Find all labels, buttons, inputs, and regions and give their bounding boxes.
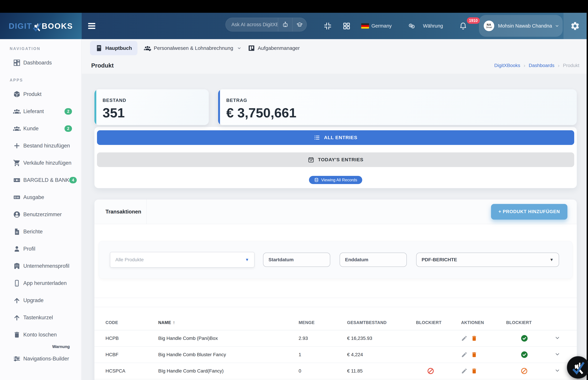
tab-personalwesen[interactable]: Personalwesen & Lohnabrechnung xyxy=(144,45,241,52)
currency-label[interactable]: Währung xyxy=(423,13,443,39)
sidebar-item-konto-loschen[interactable]: Konto loschen xyxy=(0,326,81,343)
breadcrumb-home[interactable]: DigitXBooks xyxy=(494,63,520,68)
all-entries-button[interactable]: ALL ENTRIES xyxy=(97,130,574,145)
robot-icon[interactable] xyxy=(278,18,292,31)
edit-pencil-icon[interactable] xyxy=(461,351,468,358)
delete-trash-icon[interactable] xyxy=(471,335,477,342)
end-date-input[interactable]: Enddatum xyxy=(340,253,407,267)
table-header: CODE NAME ↑ MENGE GESAMTBESTAND BLOCKIER… xyxy=(95,315,577,330)
sidebar-item-upgrade[interactable]: Upgrade xyxy=(0,292,81,309)
logo-text-digit: DIGIT xyxy=(9,21,32,31)
sidebar-item-produkt[interactable]: Produkt xyxy=(0,86,81,103)
count-badge: 2 xyxy=(64,108,72,115)
add-product-button[interactable]: + PRODUKT HINZUFÜGEN xyxy=(491,204,568,220)
sidebar-section-apps: APPS xyxy=(0,71,81,86)
search-input[interactable] xyxy=(226,18,278,31)
col-code[interactable]: CODE xyxy=(106,320,158,325)
graduation-cap-icon[interactable] xyxy=(292,18,307,31)
col-gesamtbestand[interactable]: GESAMTBESTAND xyxy=(347,320,416,325)
apps-grid-icon[interactable] xyxy=(342,13,351,39)
sidebar-item-verkaeufe-hinzufuegen[interactable]: Verkäufe hinzufügen xyxy=(0,154,81,171)
sidebar-item-berichte[interactable]: Berichte xyxy=(0,223,81,240)
stat-value: € 3,750,661 xyxy=(226,105,577,121)
germany-flag-icon[interactable] xyxy=(361,23,369,29)
divider xyxy=(95,307,577,307)
sidebar-item-profil[interactable]: Profil xyxy=(0,240,81,257)
main-area: Hauptbuch Personalwesen & Lohnabrechnung… xyxy=(82,39,587,380)
stat-value: 351 xyxy=(103,105,209,121)
entries-panel: ALL ENTRIES TODAY'S ENTRIES Viewing All … xyxy=(95,127,577,188)
money-check-icon: $ xyxy=(13,193,20,201)
expand-chevron-icon[interactable] xyxy=(554,335,560,341)
table-row: HCPB Big Handle Comb (Pani)Box 2.93 € 16… xyxy=(95,330,577,347)
sidebar-item-dashboards[interactable]: Dashboards xyxy=(0,54,81,71)
blocked-icon[interactable] xyxy=(520,367,528,375)
tab-aufgabenmanager[interactable]: Aufgabenmanager xyxy=(248,45,300,52)
sidebar-item-bestand-hinzufuegen[interactable]: Bestand hinzufügen xyxy=(0,137,81,154)
settings-gear-icon[interactable] xyxy=(564,13,587,39)
sidebar-item-ausgabe[interactable]: $ Ausgabe xyxy=(0,189,81,206)
list-icon xyxy=(314,134,320,141)
active-check-icon[interactable] xyxy=(520,351,528,359)
menu-hamburger-icon[interactable] xyxy=(88,13,95,39)
ai-search-bar[interactable] xyxy=(226,18,307,32)
suppliers-people-icon xyxy=(13,108,20,115)
sidebar-item-lieferant[interactable]: Lieferant 2 xyxy=(0,103,81,120)
sidebar-item-unternehmensprofil[interactable]: Unternehmensprofil xyxy=(0,257,81,275)
collapse-icon[interactable] xyxy=(323,13,332,39)
product-filter-select[interactable]: Alle Produkte ▼ xyxy=(110,252,255,267)
transactions-header: Transaktionen + PRODUKT HINZUFÜGEN xyxy=(95,200,577,224)
sidebar-item-tastenkurzel[interactable]: Tastenkurzel xyxy=(0,309,81,326)
user-profile-menu[interactable]: NA Smart Mohsin Nawab Chandna xyxy=(479,15,563,37)
sidebar-item-app-herunterladen[interactable]: App herunterladen xyxy=(0,275,81,292)
pdf-reports-select[interactable]: PDF-BERICHTE ▼ xyxy=(416,253,559,267)
cell-code: HCPB xyxy=(106,336,158,341)
cell-gesamtbestand: € 16,235.93 xyxy=(347,336,416,341)
expand-chevron-icon[interactable] xyxy=(554,368,560,373)
sidebar-item-navigations-builder[interactable]: Navigations-Builder xyxy=(0,350,81,367)
notification-bell-icon[interactable] xyxy=(459,13,467,39)
sidebar-item-benutzerzimmer[interactable]: Benutzerzimmer xyxy=(0,206,81,223)
country-label[interactable]: Germany xyxy=(371,13,392,39)
expand-chevron-icon[interactable] xyxy=(554,351,560,357)
kanban-board-icon xyxy=(248,45,255,52)
col-blockiert-2[interactable]: BLOCKIERT xyxy=(506,320,554,325)
table-row: HCBF Big Handle Comb Bluster Fancy 1 € 4… xyxy=(95,347,577,363)
start-date-input[interactable]: Startdatum xyxy=(263,253,330,267)
count-badge: 2 xyxy=(64,125,72,132)
sidebar-item-bargeld-bank[interactable]: BARGELD & BANK 4 xyxy=(0,171,81,189)
top-bar: DIGIT BOOKS xyxy=(0,13,587,39)
col-blockiert[interactable]: BLOCKIERT xyxy=(416,320,461,325)
cell-menge: 2.93 xyxy=(299,336,347,341)
banknote-icon xyxy=(13,176,20,184)
app-logo[interactable]: DIGIT BOOKS xyxy=(0,13,82,39)
dashboard-grid-icon xyxy=(13,59,20,67)
sidebar-section-navigation: NAVIGATION xyxy=(0,39,81,54)
col-aktionen[interactable]: AKTIONEN xyxy=(461,320,506,325)
currency-exchange-icon[interactable]: $ € xyxy=(408,13,416,39)
brand-chat-fab[interactable] xyxy=(567,356,588,379)
tab-hauptbuch[interactable]: Hauptbuch xyxy=(90,41,137,55)
sidebar-item-kunde[interactable]: Kunde 2 xyxy=(0,120,81,137)
stat-cards: BESTAND 351 BETRAG € 3,750,661 xyxy=(95,89,577,125)
todays-entries-button[interactable]: TODAY'S ENTRIES xyxy=(97,152,574,167)
delete-trash-icon[interactable] xyxy=(471,351,477,358)
cell-name: Big Handle Comb (Pani)Box xyxy=(158,336,299,341)
trash-icon xyxy=(13,331,20,339)
svg-text:$: $ xyxy=(15,196,16,198)
breadcrumb-dashboards[interactable]: Dashboards xyxy=(529,63,554,68)
active-check-icon[interactable] xyxy=(520,334,528,342)
cart-icon xyxy=(13,159,20,167)
database-icon xyxy=(314,178,319,182)
edit-pencil-icon[interactable] xyxy=(461,368,468,374)
col-menge[interactable]: MENGE xyxy=(299,320,347,325)
delete-trash-icon[interactable] xyxy=(471,368,477,374)
cell-name: BIg Handle Comb Card(Fancy) xyxy=(158,368,299,374)
viewing-all-records-badge[interactable]: Viewing All Records xyxy=(309,176,362,184)
edit-pencil-icon[interactable] xyxy=(461,335,468,342)
cell-code: HCBF xyxy=(106,352,158,357)
user-name: Mohsin Nawab Chandna xyxy=(498,23,552,29)
col-name[interactable]: NAME ↑ xyxy=(158,320,299,325)
filter-bar: Alle Produkte ▼ Startdatum Enddatum PDF-… xyxy=(99,241,572,279)
user-circle-icon xyxy=(13,211,20,218)
